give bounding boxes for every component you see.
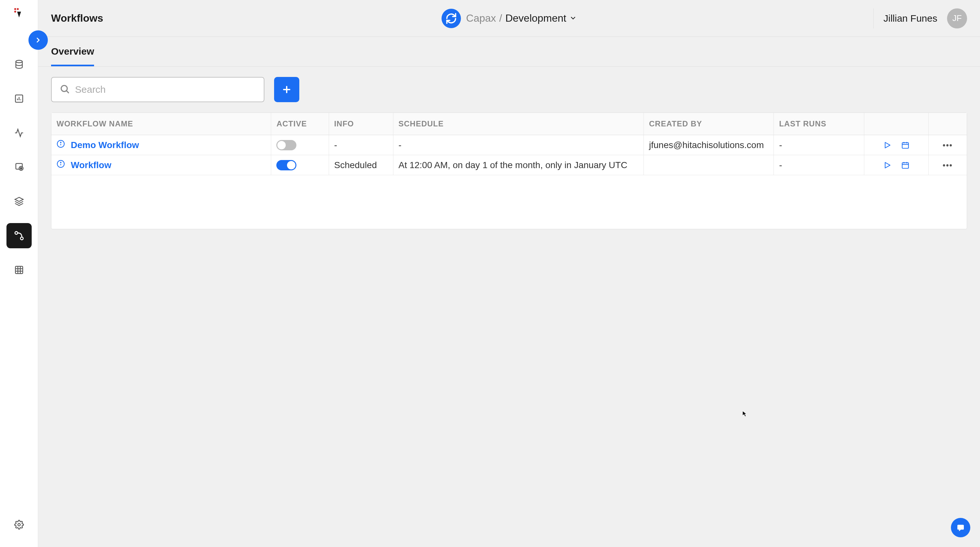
svg-point-1 [17, 8, 19, 10]
add-workflow-button[interactable] [274, 77, 299, 102]
nav-grid[interactable] [6, 258, 32, 283]
breadcrumb-org: Capax [466, 12, 496, 24]
cell-created-by: jfunes@hitachisolutions.com [644, 135, 774, 155]
workflow-table: Workflow Name Active Info Schedule Creat… [51, 113, 967, 229]
info-icon [57, 160, 65, 170]
table-row: Demo Workflow --jfunes@hitachisolutions.… [51, 135, 967, 155]
svg-marker-35 [885, 162, 890, 168]
more-menu-button[interactable]: ••• [934, 141, 962, 149]
chat-widget-button[interactable] [951, 518, 970, 537]
app-logo[interactable] [13, 6, 25, 19]
cell-created-by [644, 155, 774, 175]
header: Workflows Capax / Development [38, 0, 980, 37]
tab-overview[interactable]: Overview [51, 37, 94, 66]
svg-line-21 [66, 91, 68, 93]
svg-rect-14 [15, 266, 22, 274]
info-icon [57, 140, 65, 150]
svg-point-19 [18, 523, 21, 526]
main-content: Workflows Capax / Development [38, 0, 980, 547]
svg-point-3 [16, 60, 22, 63]
col-header-info[interactable]: Info [329, 113, 393, 135]
search-icon [59, 84, 70, 95]
workflow-link[interactable]: Workflow [71, 160, 111, 170]
nav-workflows[interactable] [6, 223, 32, 248]
nav-shield[interactable] [6, 154, 32, 180]
svg-point-0 [14, 8, 16, 10]
sidebar-expand-button[interactable] [29, 30, 48, 50]
cell-info: - [329, 135, 393, 155]
chevron-down-icon [570, 12, 577, 24]
svg-point-13 [21, 237, 23, 240]
page-title: Workflows [51, 12, 103, 24]
breadcrumb-sep: / [500, 12, 502, 24]
svg-rect-28 [902, 143, 909, 148]
svg-marker-11 [15, 197, 23, 202]
svg-point-26 [60, 142, 61, 143]
calendar-button[interactable] [901, 141, 910, 149]
col-header-lastruns[interactable]: Last Runs [774, 113, 864, 135]
tabs: Overview [38, 37, 980, 67]
play-button[interactable] [883, 141, 891, 149]
nav-chart[interactable] [6, 86, 32, 111]
avatar[interactable]: JF [947, 8, 967, 29]
nav-settings[interactable] [6, 512, 32, 537]
nav-layers[interactable] [6, 189, 32, 214]
workflow-link[interactable]: Demo Workflow [71, 140, 139, 150]
col-header-active[interactable]: Active [271, 113, 329, 135]
col-header-schedule[interactable]: Schedule [393, 113, 644, 135]
col-header-name[interactable]: Workflow Name [51, 113, 271, 135]
svg-point-12 [15, 232, 18, 234]
breadcrumb[interactable]: Capax / Development [442, 9, 577, 28]
col-header-actions [864, 113, 929, 135]
user-area[interactable]: Jillian Funes JF [873, 8, 967, 29]
svg-point-34 [60, 162, 61, 163]
cell-last-runs: - [774, 155, 864, 175]
table-empty-space [51, 175, 967, 229]
svg-rect-36 [902, 162, 909, 168]
nav-activity[interactable] [6, 120, 32, 145]
sync-icon [442, 9, 461, 28]
toolbar [38, 67, 980, 113]
svg-marker-27 [885, 142, 890, 148]
breadcrumb-env: Development [505, 12, 566, 24]
table-row: Workflow ScheduledAt 12:00 AM, on day 1 … [51, 155, 967, 175]
more-menu-button[interactable]: ••• [934, 161, 962, 170]
cell-last-runs: - [774, 135, 864, 155]
svg-rect-40 [958, 525, 964, 530]
search-wrap [51, 77, 264, 102]
col-header-more [929, 113, 967, 135]
user-name: Jillian Funes [883, 13, 937, 24]
sidebar [0, 0, 38, 547]
svg-point-10 [20, 167, 22, 169]
play-button[interactable] [883, 161, 891, 169]
svg-point-2 [14, 11, 16, 13]
cell-info: Scheduled [329, 155, 393, 175]
active-toggle[interactable] [276, 140, 296, 150]
search-input[interactable] [75, 84, 256, 95]
cell-schedule: - [393, 135, 644, 155]
col-header-created[interactable]: Created By [644, 113, 774, 135]
calendar-button[interactable] [901, 161, 910, 169]
nav-database[interactable] [6, 52, 32, 77]
active-toggle[interactable] [276, 160, 296, 170]
cell-schedule: At 12:00 AM, on day 1 of the month, only… [393, 155, 644, 175]
